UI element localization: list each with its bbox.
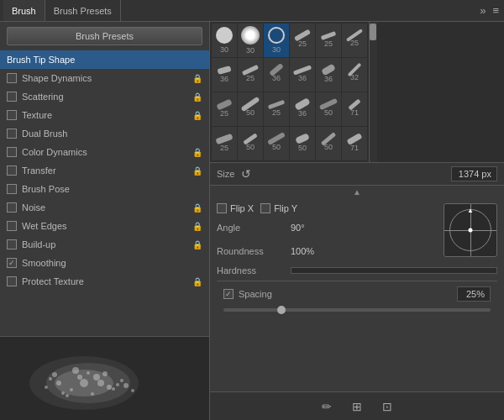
brush-item-dual-brush[interactable]: Dual Brush <box>0 124 209 143</box>
angle-dial[interactable]: ▲ <box>444 203 497 257</box>
brush-item-noise[interactable]: Noise 🔒 <box>0 198 209 217</box>
checkbox-smoothing[interactable]: ✓ <box>7 258 17 268</box>
brush-size-label-10: 36 <box>324 75 333 83</box>
bottom-toolbar: ✏ ⊞ ⊡ <box>210 391 504 420</box>
brush-cell-10[interactable]: 36 <box>316 58 341 92</box>
brush-cell-6[interactable]: 36 <box>212 58 237 92</box>
spacing-slider-row <box>217 307 497 315</box>
spacing-slider-track[interactable] <box>223 308 491 312</box>
lock-icon: 🔒 <box>192 148 202 157</box>
brush-cell-0[interactable]: 30 <box>212 24 237 57</box>
svg-point-17 <box>112 387 115 391</box>
brush-item-protect-texture[interactable]: Protect Texture 🔒 <box>0 272 209 291</box>
brush-item-texture[interactable]: Texture 🔒 <box>0 106 209 124</box>
bottom-btn-options[interactable]: ⊡ <box>377 397 397 416</box>
brush-icon-0 <box>216 27 233 44</box>
brush-cell-7[interactable]: 25 <box>238 58 263 92</box>
checkbox-texture[interactable] <box>7 110 17 120</box>
lock-icon: 🔒 <box>192 203 202 213</box>
brush-item-buildup[interactable]: Build-up 🔒 <box>0 235 209 254</box>
brush-presets-button[interactable]: Brush Presets <box>7 27 202 45</box>
brush-item-smoothing[interactable]: ✓ Smoothing <box>0 254 209 272</box>
brush-item-label: Texture <box>22 110 52 120</box>
bottom-btn-paint[interactable]: ✏ <box>317 397 337 416</box>
hardness-bar[interactable] <box>291 267 497 274</box>
brush-item-transfer[interactable]: Transfer 🔒 <box>0 161 209 180</box>
menu-icon[interactable]: ≡ <box>491 3 501 18</box>
checkbox-brush-pose[interactable] <box>7 184 17 194</box>
checkbox-noise[interactable] <box>7 202 17 213</box>
brush-cell-14[interactable]: 25 <box>264 92 289 126</box>
lock-icon: 🔒 <box>192 222 202 231</box>
bottom-btn-grid[interactable]: ⊞ <box>347 397 367 416</box>
flip-y-checkbox[interactable]: Flip Y <box>260 203 297 213</box>
brush-size-label-0: 30 <box>220 45 228 54</box>
checkbox-scattering[interactable] <box>7 92 17 102</box>
brush-item-scattering[interactable]: Scattering 🔒 <box>0 87 209 106</box>
brush-item-brush-pose[interactable]: Brush Pose <box>0 180 209 198</box>
checkbox-shape-dynamics[interactable] <box>7 73 17 83</box>
dial-dot <box>469 228 473 233</box>
brush-cell-3[interactable]: 25 <box>290 24 315 57</box>
brush-size-label-14: 25 <box>272 108 281 117</box>
brush-item-shape-dynamics[interactable]: Shape Dynamics 🔒 <box>0 69 209 87</box>
spacing-checkbox[interactable]: ✓ <box>223 289 234 299</box>
brush-item-label: Protect Texture <box>22 276 84 286</box>
spacing-slider-thumb[interactable] <box>277 306 286 314</box>
brush-cell-18[interactable]: 25 <box>212 127 237 160</box>
flip-x-cb[interactable] <box>217 203 227 213</box>
roundness-value: 100% <box>291 246 314 256</box>
brush-size-label-13: 50 <box>246 108 255 117</box>
checkbox-transfer[interactable] <box>7 165 17 176</box>
brush-size-label-20: 50 <box>272 143 281 151</box>
brush-item-label: Noise <box>22 202 45 213</box>
brush-cell-21[interactable]: 50 <box>290 127 315 160</box>
brush-cell-12[interactable]: 25 <box>212 92 237 126</box>
tab-brush-presets[interactable]: Brush Presets <box>45 0 121 21</box>
lock-icon: 🔒 <box>192 74 202 83</box>
checkbox-protect-texture[interactable] <box>7 276 17 286</box>
svg-point-14 <box>49 377 52 381</box>
brush-item-color-dynamics[interactable]: Color Dynamics 🔒 <box>0 143 209 161</box>
roundness-label: Roundness <box>217 246 284 256</box>
svg-point-20 <box>123 383 129 388</box>
checkbox-buildup[interactable] <box>7 239 17 249</box>
brush-cell-20[interactable]: 50 <box>264 127 289 160</box>
tab-brush[interactable]: Brush <box>3 0 45 21</box>
brush-size-label-5: 25 <box>350 39 359 47</box>
flip-x-checkbox[interactable]: Flip X <box>217 203 254 213</box>
brush-cell-13[interactable]: 50 <box>238 92 263 126</box>
svg-point-7 <box>120 379 123 382</box>
brush-cell-9[interactable]: 36 <box>290 58 315 92</box>
brush-cell-8[interactable]: 36 <box>264 58 289 92</box>
checkbox-dual-brush[interactable] <box>7 129 17 139</box>
angle-value: 90° <box>291 223 305 233</box>
brush-item-label: Shape Dynamics <box>22 73 92 83</box>
brush-cell-5[interactable]: 25 <box>342 24 367 57</box>
checkbox-color-dynamics[interactable] <box>7 147 17 157</box>
expand-icon[interactable]: » <box>478 3 487 18</box>
brush-cell-19[interactable]: 50 <box>238 127 263 160</box>
brush-item-tip-shape[interactable]: Brush Tip Shape <box>0 50 209 69</box>
brush-size-label-3: 25 <box>298 39 307 48</box>
brush-grid-inner: 3030302525253625363636322550253650712550… <box>210 22 369 162</box>
size-value: 1374 px <box>451 166 497 181</box>
dial-arrow-top: ▲ <box>467 207 474 214</box>
brush-size-label-16: 50 <box>324 108 333 117</box>
brush-cell-4[interactable]: 25 <box>316 24 341 57</box>
brush-cell-23[interactable]: 71 <box>342 127 367 160</box>
brush-cell-2[interactable]: 30 <box>264 24 289 57</box>
brush-item-label: Scattering <box>22 92 64 102</box>
brush-item-wet-edges[interactable]: Wet Edges 🔒 <box>0 217 209 235</box>
flip-y-cb[interactable] <box>260 203 270 213</box>
brush-cell-15[interactable]: 36 <box>290 92 315 126</box>
brush-cell-22[interactable]: 50 <box>316 127 341 160</box>
size-reset-button[interactable]: ↺ <box>241 167 251 181</box>
brush-cell-17[interactable]: 71 <box>342 92 367 126</box>
brush-size-label-6: 36 <box>220 75 228 83</box>
brush-cell-11[interactable]: 32 <box>342 58 367 92</box>
brush-cell-16[interactable]: 50 <box>316 92 341 126</box>
brush-cell-1[interactable]: 30 <box>238 24 263 57</box>
checkbox-wet-edges[interactable] <box>7 221 17 231</box>
grid-scrollbar[interactable] <box>369 22 377 162</box>
